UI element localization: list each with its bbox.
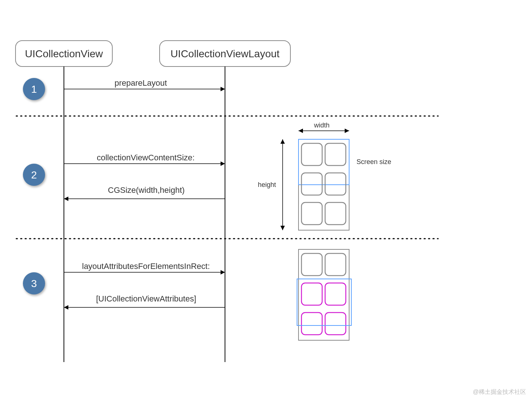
- arrow-step3b-head: [64, 305, 68, 310]
- s2-cell: [325, 173, 346, 195]
- width-label: width: [314, 122, 330, 129]
- width-arrow-l: [299, 129, 303, 133]
- step-1-num: 1: [31, 83, 37, 95]
- s2-cell: [301, 143, 322, 166]
- lifeline-right-title: UICollectionViewLayout: [170, 48, 279, 59]
- height-arrow-t: [280, 139, 285, 144]
- s2-cell: [325, 202, 346, 225]
- s2-cell: [301, 202, 322, 225]
- diagram-svg: UICollectionView UICollectionViewLayout …: [0, 0, 532, 399]
- s3-cell-selected: [325, 283, 346, 305]
- s3-cell-selected: [301, 313, 322, 335]
- step2-msg2: CGSize(width,height): [108, 185, 185, 195]
- step-2-num: 2: [31, 169, 37, 181]
- diagram-canvas: UICollectionView UICollectionViewLayout …: [0, 0, 532, 399]
- s2-cell: [325, 143, 346, 166]
- lifeline-left-title: UICollectionView: [25, 48, 103, 59]
- step3-msg1: layoutAttributesForElementsInRect:: [82, 262, 210, 271]
- arrow-step2a-head: [221, 161, 225, 166]
- width-arrow-r: [345, 129, 349, 133]
- screen-size-label: Screen size: [357, 158, 391, 166]
- s2-cell: [301, 173, 322, 195]
- height-arrow-b: [280, 226, 285, 230]
- arrow-step1-head: [221, 87, 225, 91]
- s3-cell-grey: [301, 253, 322, 276]
- s3-cell-grey: [325, 253, 346, 276]
- visible-rect: [297, 279, 351, 325]
- height-label: height: [258, 181, 276, 189]
- arrow-step3a-head: [221, 270, 225, 274]
- arrow-step2b-head: [64, 197, 68, 201]
- step2-msg1: collectionViewContentSize:: [97, 153, 195, 163]
- step3-msg2: [UICollectionViewAttributes]: [96, 294, 196, 304]
- screen-rect: [299, 139, 349, 185]
- s3-cell-selected: [301, 283, 322, 305]
- watermark: @稀土掘金技术社区: [473, 388, 526, 396]
- s3-cell-selected: [325, 313, 346, 335]
- step1-msg: prepareLayout: [115, 78, 167, 88]
- content-rect-3: [299, 249, 349, 340]
- step-3-num: 3: [31, 278, 37, 289]
